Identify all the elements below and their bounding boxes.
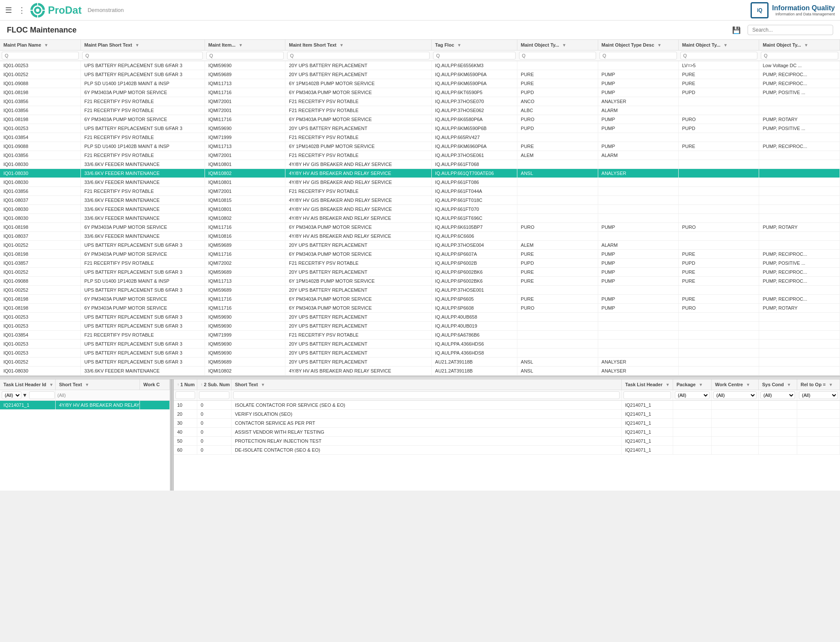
table-row[interactable]: IQ01-09088PLP SD U1400 1P1402B MAINT & I… — [0, 277, 840, 286]
table-row[interactable]: IQ01-081986Y PM3403A PUMP MOTOR SERVICEI… — [0, 250, 840, 259]
list-item[interactable]: 400ASSIST VENDOR WITH RELAY TESTINGIQ214… — [174, 428, 840, 437]
filter-input-maint-plan-short-text[interactable] — [82, 52, 203, 59]
list-item[interactable]: 600DE-ISOLATE CONTACTOR (SEO & EO)IQ2140… — [174, 446, 840, 455]
table-cell: 6Y PM3403A PUMP MOTOR SERVICE — [80, 295, 205, 304]
bottom-filter-select-all[interactable]: (All) — [2, 391, 21, 399]
table-cell: IQ.AULPP.37HOSE004 — [431, 241, 517, 250]
filter-input-maint-obj-ty2[interactable] — [680, 52, 757, 59]
table-row[interactable]: IQ01-00252UPS BATTERY REPLACEMENT SUB 6/… — [0, 358, 840, 367]
filter-input-maint-plan-name[interactable] — [2, 52, 79, 59]
list-item[interactable]: 500PROTECTION RELAY INJECTION TESTIQ2140… — [174, 437, 840, 446]
table-row[interactable]: IQ01-081986Y PM3403A PUMP MOTOR SERVICEI… — [0, 115, 840, 124]
col-header-maint-obj-ty2[interactable]: Maint Object Ty... ▼ — [679, 40, 759, 50]
table-cell: IQ.AULPP.6P6608 — [431, 304, 517, 313]
table-row[interactable]: IQ01-00253UPS BATTERY REPLACEMENT SUB 6/… — [0, 61, 840, 70]
table-row[interactable]: IQ01-00252UPS BATTERY REPLACEMENT SUB 6/… — [0, 241, 840, 250]
table-cell: PUMP, RECIPROC... — [759, 142, 840, 151]
right-filter-select-package[interactable]: (All) — [675, 391, 709, 399]
right-filter-input-num2[interactable] — [199, 391, 229, 399]
table-row[interactable]: IQ01-081986Y PM3403A PUMP MOTOR SERVICEI… — [0, 223, 840, 232]
filter-input-maint-item[interactable] — [206, 52, 283, 59]
filter-input-tag-floc[interactable] — [433, 52, 515, 59]
table-row[interactable]: IQ01-03856F21 RECERTIFY PSV ROTABLEIQMI7… — [0, 106, 840, 115]
table-row[interactable]: IQ01-0803033/6.6KV FEEDER MAINTENANCEIQM… — [0, 205, 840, 214]
filter-input-maint-obj-ty1[interactable] — [519, 52, 596, 59]
right-filter-select-rel-to-op[interactable]: (All) — [799, 391, 838, 399]
col-header-tag-floc[interactable]: Tag Floc ▼ — [431, 40, 517, 50]
table-row[interactable]: IQ01-09088PLP SD U1400 1P1402B MAINT & I… — [0, 142, 840, 151]
list-item[interactable]: 300CONTACTOR SERVICE AS PER PRTIQ214071_… — [174, 419, 840, 428]
col-header-maint-item[interactable]: Maint Item... ▼ — [205, 40, 285, 50]
table-row[interactable]: IQ01-0803033/6.6KV FEEDER MAINTENANCEIQM… — [0, 178, 840, 187]
filter-input-maint-item-short-text[interactable] — [287, 52, 430, 59]
table-row[interactable]: IQ01-03856F21 RECERTIFY PSV ROTABLEIQMI7… — [0, 97, 840, 106]
list-item[interactable]: 100ISOLATE CONTACTOR FOR SERVICE (SEO & … — [174, 401, 840, 410]
table-row[interactable]: IQ01-0803033/6.6KV FEEDER MAINTENANCEIQM… — [0, 367, 840, 376]
table-row[interactable]: IQ01-00253UPS BATTERY REPLACEMENT SUB 6/… — [0, 124, 840, 133]
save-button[interactable]: 💾 — [730, 25, 743, 35]
col-header-maint-obj-ty1[interactable]: Maint Object Ty... ▼ — [517, 40, 598, 50]
table-row[interactable]: IQ01-00252UPS BATTERY REPLACEMENT SUB 6/… — [0, 286, 840, 295]
col-header-maint-plan-name[interactable]: Maint Plan Name ▼ — [0, 40, 80, 50]
table-row[interactable]: IQ01-03854F21 RECERTIFY PSV ROTABLEIQMI7… — [0, 331, 840, 340]
table-cell: UPS BATTERY REPLACEMENT SUB 6/FAR 3 — [80, 241, 205, 250]
prodat-logo-icon — [30, 3, 45, 18]
table-cell: PURE — [679, 142, 759, 151]
table-row[interactable]: IQ01-0803033/6.6KV FEEDER MAINTENANCEIQM… — [0, 160, 840, 169]
table-cell: ALEM — [517, 151, 598, 160]
table-row[interactable]: IQ01-00253UPS BATTERY REPLACEMENT SUB 6/… — [0, 322, 840, 331]
table-cell: IQ01-03856 — [0, 187, 80, 196]
dots-icon[interactable]: ⋮ — [18, 6, 26, 15]
table-cell: IQMI72002 — [205, 259, 285, 268]
right-filter-input-short-text[interactable] — [233, 391, 620, 399]
col-header-maint-obj-ty3[interactable]: Maint Object Ty... ▼ — [759, 40, 840, 50]
table-row[interactable]: IQ01-03854F21 RECERTIFY PSV ROTABLEIQMI7… — [0, 133, 840, 142]
right-col-rel-to-op: Rel to Op = ▼ — [797, 379, 840, 390]
table-row[interactable]: IQ01-081986Y PM3403A PUMP MOTOR SERVICEI… — [0, 88, 840, 97]
table-row[interactable]: IQ01-09088PLP SD U1400 1P1402B MAINT & I… — [0, 79, 840, 88]
table-cell — [759, 187, 840, 196]
main-table-header-row: Maint Plan Name ▼ Maint Plan Short Text … — [0, 40, 840, 50]
table-row[interactable]: IQ01-081986Y PM3403A PUMP MOTOR SERVICEI… — [0, 295, 840, 304]
table-row[interactable]: IQ01-0803733/6.6KV FEEDER MAINTENANCEIQM… — [0, 196, 840, 205]
table-row[interactable]: IQ01-0803733/6.6KV FEEDER MAINTENANCEIQM… — [0, 232, 840, 241]
table-row[interactable]: IQ01-00253UPS BATTERY REPLACEMENT SUB 6/… — [0, 313, 840, 322]
table-cell — [598, 205, 678, 214]
filter-input-maint-obj-ty3[interactable] — [761, 52, 838, 59]
table-row[interactable]: IQ01-00252UPS BATTERY REPLACEMENT SUB 6/… — [0, 70, 840, 79]
table-cell: 6Y PM3403A PUMP MOTOR SERVICE — [285, 223, 432, 232]
right-bottom-cell: 0 — [197, 401, 232, 409]
right-filter-input-task-list-header[interactable] — [623, 391, 671, 399]
table-cell — [679, 286, 759, 295]
col-header-maint-obj-desc[interactable]: Maint Object Type Desc ▼ — [598, 40, 678, 50]
table-cell: PUMP, POSITIVE ... — [759, 124, 840, 133]
table-cell: IQ.AULPP.6KT6590P5 — [431, 88, 517, 97]
col-header-maint-plan-short-text[interactable]: Maint Plan Short Text ▼ — [80, 40, 205, 50]
table-row[interactable]: IQ01-0803033/6.6KV FEEDER MAINTENANCEIQM… — [0, 214, 840, 223]
table-cell — [598, 322, 678, 331]
table-row[interactable]: IQ01-03856F21 RECERTIFY PSV ROTABLEIQMI7… — [0, 187, 840, 196]
list-item[interactable]: 200VERIFY ISOLATION (SEO)IQ214071_1 — [174, 410, 840, 419]
table-row[interactable]: IQ01-03856F21 RECERTIFY PSV ROTABLEIQMI7… — [0, 151, 840, 160]
table-row[interactable]: IQ01-081986Y PM3403A PUMP MOTOR SERVICEI… — [0, 304, 840, 313]
search-input[interactable] — [748, 25, 833, 35]
table-row[interactable]: IQ01-03857F21 RECERTIFY PSV ROTABLEIQMI7… — [0, 259, 840, 268]
right-filter-select-sys-cond[interactable]: (All) — [760, 391, 795, 399]
bottom-filter-input-task[interactable] — [29, 391, 55, 399]
hamburger-icon[interactable]: ☰ — [5, 6, 12, 15]
col-header-maint-item-short-text[interactable]: Maint Item Short Text ▼ — [285, 40, 432, 50]
right-filter-select-work-centre[interactable]: (All) — [713, 391, 757, 399]
table-cell: UPS BATTERY REPLACEMENT SUB 6/FAR 3 — [80, 358, 205, 367]
filter-input-maint-obj-desc[interactable] — [600, 52, 677, 59]
table-row[interactable]: IQ01-00252UPS BATTERY REPLACEMENT SUB 6/… — [0, 268, 840, 277]
table-row[interactable]: IQ01-00253UPS BATTERY REPLACEMENT SUB 6/… — [0, 340, 840, 349]
list-item[interactable]: IQ214071_14Y/8Y HV AIS BREAKER AND RELAY… — [0, 401, 170, 410]
table-row[interactable]: IQ01-0803033/6.6KV FEEDER MAINTENANCEIQM… — [0, 169, 840, 178]
right-bottom-cell — [673, 401, 712, 409]
table-row[interactable]: IQ01-00253UPS BATTERY REPLACEMENT SUB 6/… — [0, 349, 840, 358]
right-filter-input-num1[interactable] — [175, 391, 195, 399]
right-bottom-cell: DE-ISOLATE CONTACTOR (SEO & EO) — [232, 446, 622, 454]
right-bottom-cell: 0 — [197, 428, 232, 436]
table-cell — [759, 214, 840, 223]
table-cell: 20Y UPS BATTERY REPLACEMENT — [285, 358, 432, 367]
